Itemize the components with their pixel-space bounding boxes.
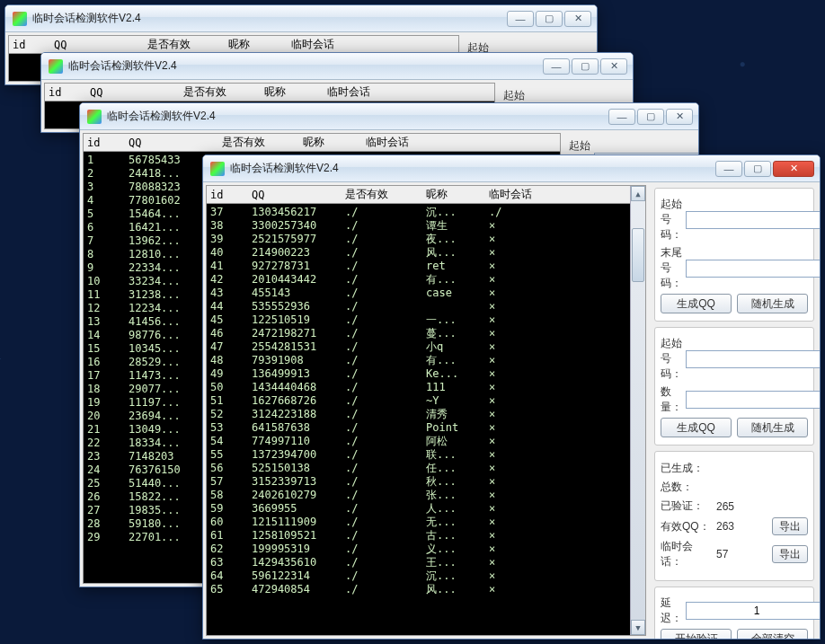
table-row[interactable]: 54774997110./阿松× [207,433,630,446]
table-row[interactable]: 64596122314./沉...× [207,568,630,581]
total-label: 总数： [661,480,711,495]
col-qq[interactable]: QQ [125,135,218,151]
col-sess[interactable]: 临时会话 [362,133,425,152]
col-valid[interactable]: 是否有效 [144,35,225,54]
start-input[interactable] [686,211,821,229]
close-button[interactable]: ✕ [666,109,693,125]
table-row[interactable]: 371303456217./沉..../ [207,204,630,217]
table-row[interactable]: 43455143./case× [207,285,630,298]
col-id[interactable]: id [45,84,86,101]
maximize-button[interactable]: ▢ [572,58,599,75]
start-label: 起始号码： [661,197,682,243]
col-nick[interactable]: 昵称 [299,133,362,152]
app-icon [210,162,225,176]
col-sess[interactable]: 临时会话 [288,35,350,54]
data-grid[interactable]: id QQ 是否有效 昵称 临时会话 371303456217./沉..../3… [206,185,646,636]
table-row[interactable]: 392521575977./夜...× [207,231,630,244]
table-row[interactable]: 41927278731./ret× [207,258,630,271]
col-valid[interactable]: 是否有效 [218,133,299,152]
start-verify-button[interactable]: 开始验证 [661,629,732,640]
col-valid[interactable]: 是否有效 [342,185,422,204]
end-input[interactable] [686,260,821,278]
table-row[interactable]: 593669955./人...× [207,500,630,514]
titlebar[interactable]: 临时会话检测软件V2.4 — ▢ ✕ [41,53,633,80]
gen-qq-button[interactable]: 生成QQ [661,294,732,313]
table-row[interactable]: 44535552936./× [207,298,630,312]
grid-header: id QQ 是否有效 昵称 临时会话 [207,186,630,204]
grid-body[interactable]: 371303456217./沉..../383300257340./谭生×392… [207,204,630,635]
close-button[interactable]: ✕ [600,58,627,75]
table-row[interactable]: 4879391908./有...× [207,352,630,366]
scroll-up-button[interactable]: ▲ [631,186,645,201]
col-sess[interactable]: 临时会话 [324,83,386,101]
table-row[interactable]: 573152339713./秋...× [207,473,630,487]
titlebar[interactable]: 临时会话检测软件V2.4 — ▢ ✕ [203,155,820,182]
table-row[interactable]: 601215111909./无...× [207,514,630,527]
table-row[interactable]: 56525150138./任...× [207,460,630,473]
maximize-button[interactable]: ▢ [536,11,563,27]
col-nick[interactable]: 昵称 [225,35,288,54]
end-label: 末尾号码： [661,245,682,291]
table-row[interactable]: 53641587638./Point× [207,419,630,433]
close-button[interactable]: ✕ [564,11,591,27]
minimize-button[interactable]: — [608,109,635,125]
export-sess-button[interactable]: 导出 [772,545,808,563]
col-nick[interactable]: 昵称 [422,185,485,204]
delay-label: 延迟： [661,595,682,626]
app-icon [13,12,27,26]
table-row[interactable]: 462472198271./蔓...× [207,325,630,339]
count-input[interactable] [686,391,821,409]
maximize-button[interactable]: ▢ [637,109,664,125]
table-row[interactable]: 383300257340./谭生× [207,217,630,231]
table-row[interactable]: 422010443442./有...× [207,271,630,285]
gen-random-button[interactable]: 随机生成 [737,294,808,313]
table-row[interactable]: 40214900223./风...× [207,244,630,258]
gen-qq-button-2[interactable]: 生成QQ [661,418,732,437]
col-sess[interactable]: 临时会话 [485,185,548,204]
col-id[interactable]: id [207,187,248,203]
table-row[interactable]: 472554281531./小q× [207,339,630,352]
col-qq[interactable]: QQ [86,84,180,101]
valid-qq-label: 有效QQ： [661,519,711,534]
table-row[interactable]: 62199995319./义...× [207,541,630,554]
col-qq[interactable]: QQ [50,37,144,53]
table-row[interactable]: 611258109521./古...× [207,527,630,541]
table-row[interactable]: 65472940854./风...× [207,581,630,595]
maximize-button[interactable]: ▢ [744,161,771,177]
col-id[interactable]: id [84,135,125,151]
col-id[interactable]: id [9,37,50,53]
minimize-button[interactable]: — [543,58,570,75]
table-row[interactable]: 582402610279./张...× [207,487,630,500]
stats-group: 已生成： 总数： 已验证： 265 有效QQ： 263 导出 临时会话： 57 … [654,451,814,581]
table-row[interactable]: 551372394700./联...× [207,446,630,460]
close-button[interactable]: ✕ [773,161,814,177]
minimize-button[interactable]: — [507,11,534,27]
table-row[interactable]: 49136499913./Ke...× [207,366,630,379]
titlebar[interactable]: 临时会话检测软件V2.4 — ▢ ✕ [5,5,597,32]
scroll-thumb[interactable] [632,228,644,282]
col-valid[interactable]: 是否有效 [180,83,261,101]
clear-all-button[interactable]: 全部清空 [737,629,808,640]
table-row[interactable]: 631429435610./王...× [207,554,630,568]
export-valid-button[interactable]: 导出 [772,517,808,535]
window-title: 临时会话检测软件V2.4 [32,11,507,26]
gen-random-button-2[interactable]: 随机生成 [737,418,808,437]
delay-input[interactable] [686,602,821,620]
col-qq[interactable]: QQ [248,187,342,203]
controls-group: 延迟： 毫秒 开始验证 全部清空 导入数据 [654,587,814,640]
start-input-2[interactable] [686,350,821,368]
vertical-scrollbar[interactable]: ▲ ▼ [630,186,645,635]
col-nick[interactable]: 昵称 [261,83,324,101]
app-icon [49,59,63,74]
window-title: 临时会话检测软件V2.4 [230,161,715,176]
table-row[interactable]: 45122510519./一...× [207,312,630,325]
minimize-button[interactable]: — [715,161,742,177]
table-row[interactable]: 501434440468./111× [207,379,630,393]
scroll-track[interactable] [631,201,645,620]
generated-label: 已生成： [661,461,711,476]
app-icon [87,110,102,124]
table-row[interactable]: 523124223188./清秀× [207,406,630,419]
scroll-down-button[interactable]: ▼ [631,620,645,635]
table-row[interactable]: 511627668726./~Y× [207,393,630,406]
titlebar[interactable]: 临时会话检测软件V2.4 — ▢ ✕ [80,103,698,130]
